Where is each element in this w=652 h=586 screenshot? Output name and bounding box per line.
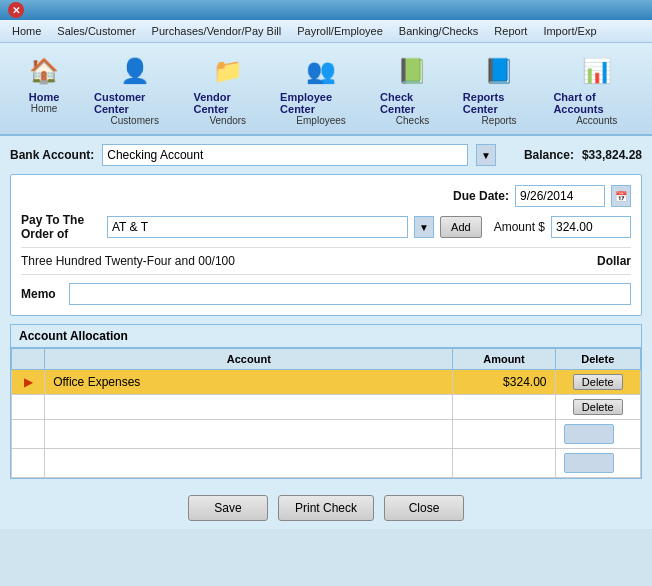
toolbar-customer[interactable]: 👤 Customer Center Customers [86,47,183,130]
table-row [12,420,641,449]
allocation-section: Account Allocation Account Amount Delete… [10,324,642,479]
main-content: Bank Account: ▼ Balance: $33,824.28 Due … [0,136,652,487]
customer-icon: 👤 [115,51,155,91]
delete-cell: Delete [555,370,641,395]
due-date-label: Due Date: [453,189,509,203]
toolbar-chart-label-bottom: Accounts [576,115,617,126]
toolbar-vendor[interactable]: 📁 Vendor Center Vendors [185,47,270,130]
toolbar-vendor-label-bottom: Vendors [209,115,246,126]
toolbar-reports[interactable]: 📘 Reports Center Reports [455,47,544,130]
account-cell[interactable] [45,420,453,449]
amount-label: Amount $ [494,220,545,234]
dollar-label: Dollar [597,254,631,268]
balance-label: Balance: [524,148,574,162]
toolbar-vendor-label-top: Vendor Center [193,91,262,115]
bank-account-input[interactable] [102,144,468,166]
calendar-icon[interactable]: 📅 [611,185,631,207]
table-row: Delete [12,395,641,420]
delete-button[interactable]: Delete [573,374,623,390]
order-label: Order of [21,227,101,241]
save-button[interactable]: Save [188,495,268,521]
delete-cell: Delete [555,395,641,420]
delete-cell [555,449,641,478]
written-amount: Three Hundred Twenty-Four and 00/100 [21,254,589,268]
add-button[interactable]: Add [440,216,482,238]
toolbar-employee[interactable]: 👥 Employee Center Employees [272,47,370,130]
toolbar-check-label-bottom: Checks [396,115,429,126]
amount-cell[interactable] [453,420,555,449]
delete-button[interactable]: Delete [573,399,623,415]
toolbar-customer-label-bottom: Customers [111,115,159,126]
amount-cell[interactable]: $324.00 [453,370,555,395]
delete-placeholder [564,424,614,444]
pay-to-label: Pay To The [21,213,101,227]
menu-payroll[interactable]: Payroll/Employee [289,22,391,40]
allocation-header: Account Allocation [11,325,641,348]
toolbar-home[interactable]: 🏠 Home Home [4,47,84,130]
amount-cell[interactable] [453,395,555,420]
col-account-header: Account [45,349,453,370]
close-button[interactable]: Close [384,495,464,521]
close-icon[interactable]: ✕ [8,2,24,18]
row-arrow: ▶ [12,370,45,395]
col-arrow-header [12,349,45,370]
table-row: ▶ Office Expenses $324.00 Delete [12,370,641,395]
bank-account-row: Bank Account: ▼ Balance: $33,824.28 [10,144,642,166]
col-amount-header: Amount [453,349,555,370]
account-cell[interactable]: Office Expenses [45,370,453,395]
bank-account-dropdown[interactable]: ▼ [476,144,496,166]
menu-purchases[interactable]: Purchases/Vendor/Pay Bill [144,22,290,40]
employee-icon: 👥 [301,51,341,91]
due-date-input[interactable] [515,185,605,207]
account-cell[interactable] [45,395,453,420]
balance-value: $33,824.28 [582,148,642,162]
row-arrow [12,449,45,478]
written-amount-row: Three Hundred Twenty-Four and 00/100 Dol… [21,247,631,275]
form-area: Due Date: 📅 Pay To The Order of ▼ Add Am… [10,174,642,316]
menu-bar: Home Sales/Customer Purchases/Vendor/Pay… [0,20,652,43]
toolbar-chart-label-top: Chart of Accounts [553,91,640,115]
table-row [12,449,641,478]
toolbar-home-label-top: Home [29,91,60,103]
icon-toolbar: 🏠 Home Home 👤 Customer Center Customers … [0,43,652,136]
account-cell[interactable] [45,449,453,478]
toolbar-employee-label-bottom: Employees [296,115,345,126]
bottom-bar: Save Print Check Close [0,487,652,529]
toolbar-check[interactable]: 📗 Check Center Checks [372,47,453,130]
menu-banking[interactable]: Banking/Checks [391,22,487,40]
menu-sales-customer[interactable]: Sales/Customer [49,22,143,40]
title-bar: ✕ [0,0,652,20]
memo-label: Memo [21,287,61,301]
memo-input[interactable] [69,283,631,305]
toolbar-customer-label-top: Customer Center [94,91,175,115]
delete-cell [555,420,641,449]
menu-report[interactable]: Report [486,22,535,40]
vendor-icon: 📁 [208,51,248,91]
check-icon: 📗 [392,51,432,91]
toolbar-employee-label-top: Employee Center [280,91,362,115]
amount-cell[interactable] [453,449,555,478]
row-arrow [12,395,45,420]
toolbar-check-label-top: Check Center [380,91,445,115]
toolbar-reports-label-top: Reports Center [463,91,536,115]
toolbar-home-label-bottom: Home [31,103,58,114]
row-arrow [12,420,45,449]
amount-input[interactable] [551,216,631,238]
payee-input[interactable] [107,216,408,238]
payee-dropdown[interactable]: ▼ [414,216,434,238]
toolbar-chart[interactable]: 📊 Chart of Accounts Accounts [545,47,648,130]
chart-icon: 📊 [577,51,617,91]
col-delete-header: Delete [555,349,641,370]
menu-home[interactable]: Home [4,22,49,40]
allocation-table: Account Amount Delete ▶ Office Expenses … [11,348,641,478]
bank-account-label: Bank Account: [10,148,94,162]
home-icon: 🏠 [24,51,64,91]
print-check-button[interactable]: Print Check [278,495,374,521]
menu-import[interactable]: Import/Exp [535,22,604,40]
memo-row: Memo [21,283,631,305]
reports-icon: 📘 [479,51,519,91]
delete-placeholder [564,453,614,473]
toolbar-reports-label-bottom: Reports [482,115,517,126]
